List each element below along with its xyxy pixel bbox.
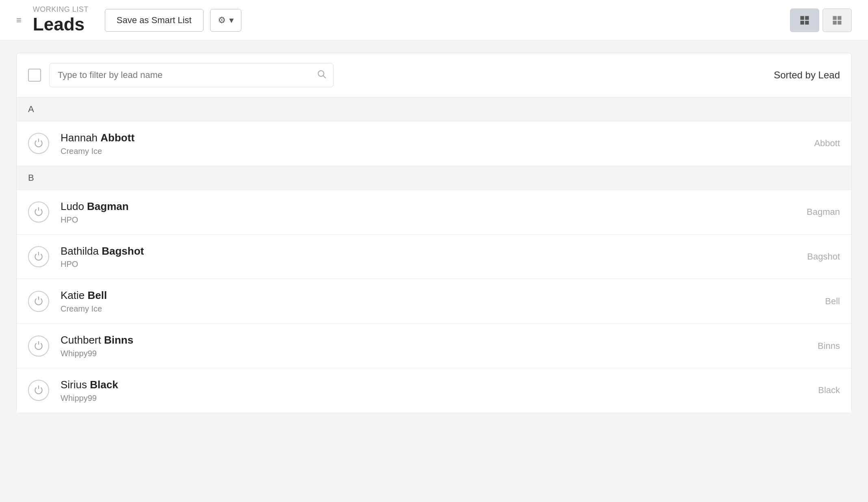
lead-company: Whippy99 [61,349,809,358]
working-list-label: WORKING LIST [33,5,89,14]
lead-name: Hannah Abbott [61,131,806,145]
svg-rect-4 [833,16,837,19]
grid-view-icon [831,15,843,26]
save-smart-list-button[interactable]: Save as Smart List [105,9,204,32]
svg-rect-5 [838,16,841,19]
lead-last-name: Bell [88,289,107,301]
lead-info: Ludo BagmanHPO [61,200,799,225]
lead-name: Ludo Bagman [61,200,799,214]
power-icon [28,335,49,357]
gear-settings-button[interactable]: ⚙ ▾ [210,9,241,32]
svg-rect-1 [805,16,809,19]
group-header-A: A [17,97,851,121]
svg-rect-6 [833,21,837,24]
lead-name: Katie Bell [61,289,817,303]
svg-line-9 [323,76,326,78]
lead-company: Whippy99 [61,394,810,403]
lead-name: Cuthbert Binns [61,333,809,347]
app-header: ≡ WORKING LIST Leads Save as Smart List … [0,0,868,41]
lead-info: Cuthbert BinnsWhippy99 [61,333,809,358]
leads-list: A Hannah AbbottCreamy IceAbbottB Ludo Ba… [16,97,852,413]
svg-rect-7 [838,21,841,24]
list-view-button[interactable] [790,9,819,32]
list-item[interactable]: Sirius BlackWhippy99Black [17,368,851,413]
filter-bar: Sorted by Lead [16,53,852,97]
lead-info: Katie BellCreamy Ice [61,289,817,314]
svg-rect-2 [801,21,804,24]
power-icon [28,246,49,267]
power-icon [28,133,49,154]
lead-sort-label: Abbott [806,138,840,149]
lead-name: Sirius Black [61,378,810,392]
lead-last-name: Black [90,379,118,391]
page-title: Leads [33,14,89,35]
lead-last-name: Binns [104,334,133,346]
gear-icon: ⚙ [218,15,226,26]
view-toggle-group [790,9,852,32]
list-view-icon [799,15,810,26]
sorted-by-label: Sorted by Lead [774,69,840,81]
power-icon [28,201,49,223]
lead-info: Bathilda BagshotHPO [61,245,799,269]
lead-company: Creamy Ice [61,304,817,314]
search-icon [317,69,326,81]
lead-info: Sirius BlackWhippy99 [61,378,810,403]
title-block: WORKING LIST Leads [33,5,89,35]
group-header-B: B [17,166,851,190]
main-content: Sorted by Lead A Hannah AbbottCreamy Ice… [0,41,868,413]
hamburger-icon[interactable]: ≡ [16,15,22,26]
chevron-down-icon: ▾ [229,15,234,26]
lead-sort-label: Bagshot [799,251,840,262]
select-all-checkbox[interactable] [28,69,41,82]
lead-company: HPO [61,215,799,225]
lead-last-name: Abbott [100,132,135,144]
list-item[interactable]: Katie BellCreamy IceBell [17,279,851,323]
svg-rect-3 [805,21,809,24]
lead-company: Creamy Ice [61,147,806,156]
lead-last-name: Bagman [87,200,129,212]
list-item[interactable]: Ludo BagmanHPOBagman [17,190,851,234]
grid-view-button[interactable] [822,9,852,32]
lead-last-name: Bagshot [102,245,144,257]
list-item[interactable]: Bathilda BagshotHPOBagshot [17,234,851,279]
lead-sort-label: Black [810,385,840,396]
list-item[interactable]: Cuthbert BinnsWhippy99Binns [17,323,851,368]
power-icon [28,291,49,312]
svg-rect-0 [801,16,804,19]
lead-name: Bathilda Bagshot [61,245,799,258]
search-input-wrap [49,63,334,87]
lead-info: Hannah AbbottCreamy Ice [61,131,806,156]
list-item[interactable]: Hannah AbbottCreamy IceAbbott [17,121,851,166]
lead-company: HPO [61,260,799,269]
power-icon [28,380,49,401]
lead-sort-label: Bagman [799,207,840,217]
lead-sort-label: Binns [809,341,840,351]
search-input[interactable] [49,63,334,87]
lead-sort-label: Bell [817,296,840,307]
